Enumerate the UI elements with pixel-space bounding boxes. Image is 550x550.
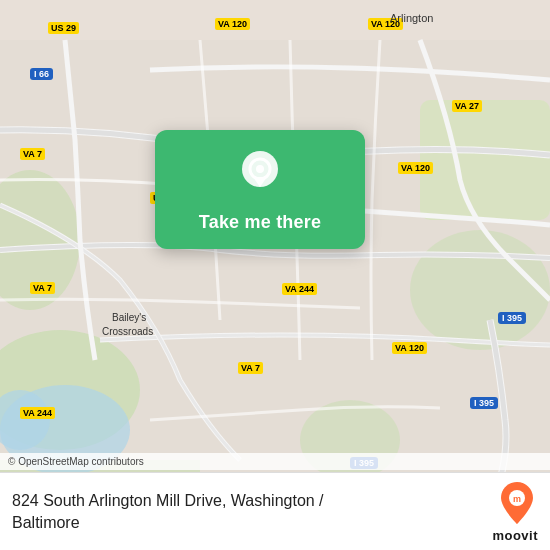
road-label-va7-left: VA 7 [20, 148, 45, 160]
svg-point-11 [256, 165, 264, 173]
road-label-i395-right: I 395 [498, 312, 526, 324]
road-label-va7-mid: VA 7 [238, 362, 263, 374]
location-pin-icon [236, 149, 284, 201]
road-label-va244-left: VA 244 [20, 407, 55, 419]
road-label-i66: I 66 [30, 68, 53, 80]
attribution-text: © OpenStreetMap contributors [8, 456, 144, 467]
road-label-va7-bottom: VA 7 [30, 282, 55, 294]
take-me-there-button[interactable]: Take me there [199, 212, 321, 233]
moovit-pin-icon: m [496, 480, 538, 526]
road-label-va120-bottom: VA 120 [392, 342, 427, 354]
svg-point-4 [410, 230, 550, 350]
svg-text:m: m [513, 494, 521, 504]
location-icon-wrap [233, 148, 287, 202]
city-label-arlington: Arlington [390, 12, 433, 24]
bottom-bar: 824 South Arlington Mill Drive, Washingt… [0, 472, 550, 550]
road-label-va244: VA 244 [282, 283, 317, 295]
road-label-i395-bottom1: I 395 [470, 397, 498, 409]
attribution-bar: © OpenStreetMap contributors [0, 453, 550, 470]
road-label-va120-mid: VA 120 [398, 162, 433, 174]
road-label-va120-top: VA 120 [215, 18, 250, 30]
svg-rect-3 [420, 100, 550, 220]
map-container: US 29 VA 120 I 66 VA 7 US 50 VA 27 VA 12… [0, 0, 550, 550]
city-label-crossroads: Crossroads [102, 326, 153, 337]
address-text: 824 South Arlington Mill Drive, Washingt… [12, 490, 482, 533]
road-label-va27: VA 27 [452, 100, 482, 112]
moovit-logo: m moovit [492, 480, 538, 543]
road-label-us29: US 29 [48, 22, 79, 34]
moovit-wordmark: moovit [492, 528, 538, 543]
address-label: 824 South Arlington Mill Drive, Washingt… [12, 492, 324, 531]
city-label-baileys: Bailey's [112, 312, 146, 323]
popup-card: Take me there [155, 130, 365, 249]
